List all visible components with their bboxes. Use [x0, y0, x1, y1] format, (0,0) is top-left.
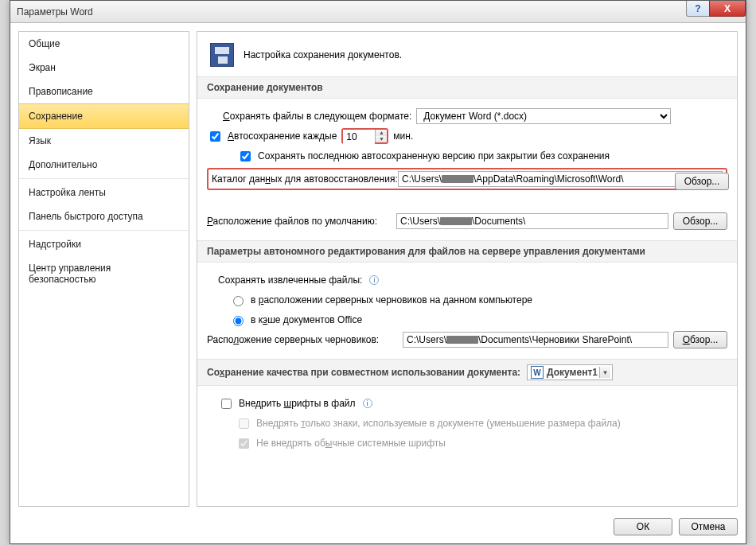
section-offline-edit-header: Параметры автономного редактирования для… — [197, 240, 737, 263]
server-drafts-loc-input[interactable]: C:\Users\\Documents\Черновики SharePoint… — [403, 332, 668, 348]
server-drafts-local-radio[interactable] — [233, 296, 244, 306]
sidebar-item-save[interactable]: Сохранение — [19, 103, 189, 129]
server-drafts-browse-button[interactable]: Обзор... — [673, 331, 727, 348]
section-sharing-quality-header: Сохранение качества при совместном испол… — [197, 359, 737, 386]
no-system-fonts-label: Не внедрять обычные системные шрифты — [256, 438, 446, 449]
ok-button[interactable]: ОК — [614, 518, 672, 535]
server-drafts-loc-label: Расположение серверных черновиков: — [207, 334, 398, 345]
sidebar-item-trustcenter[interactable]: Центр управления безопасностью — [19, 256, 189, 291]
help-button[interactable]: ? — [686, 1, 710, 17]
sidebar-item-addins[interactable]: Надстройки — [19, 232, 189, 256]
save-format-select[interactable]: Документ Word (*.docx) — [416, 108, 671, 124]
default-loc-label: Расположение файлов по умолчанию: — [207, 216, 392, 227]
sidebar-item-ribbon[interactable]: Настройка ленты — [19, 181, 189, 204]
sidebar-item-language[interactable]: Язык — [19, 129, 189, 153]
keep-last-autosaved-checkbox[interactable] — [240, 151, 251, 162]
embed-fonts-label: Внедрить шрифты в файл — [239, 398, 356, 409]
autosave-label: Автосохранение каждые — [228, 130, 337, 142]
no-system-fonts-checkbox — [239, 438, 249, 449]
default-loc-browse-button[interactable]: Обзор... — [673, 212, 727, 230]
sidebar: Общие Экран Правописание Сохранение Язык… — [18, 31, 189, 507]
office-cache-label: в кэше документов Office — [251, 314, 362, 325]
page-title: Настройка сохранения документов. — [244, 49, 402, 60]
sidebar-item-display[interactable]: Экран — [19, 56, 189, 80]
spin-up[interactable]: ▲ — [376, 130, 387, 136]
window-title: Параметры Word — [17, 6, 93, 18]
save-checked-out-label: Сохранять извлеченные файлы: — [218, 274, 362, 286]
keep-last-autosaved-label: Сохранять последнюю автосохраненную верс… — [258, 150, 610, 162]
office-cache-radio[interactable] — [233, 316, 244, 326]
info-icon[interactable]: i — [363, 399, 372, 408]
embed-only-used-checkbox — [239, 418, 249, 429]
spin-down[interactable]: ▼ — [376, 136, 387, 142]
sidebar-item-qat[interactable]: Панель быстрого доступа — [19, 204, 189, 228]
section-save-docs-header: Сохранение документов — [197, 76, 737, 99]
server-drafts-local-label: в расположении серверных черновиков на д… — [251, 294, 532, 306]
embed-fonts-checkbox[interactable] — [221, 399, 232, 409]
sidebar-item-advanced[interactable]: Дополнительно — [19, 153, 189, 177]
titlebar: Параметры Word ? X — [10, 1, 746, 23]
cancel-button[interactable]: Отмена — [679, 518, 738, 535]
sidebar-item-general[interactable]: Общие — [19, 32, 189, 56]
save-icon — [210, 43, 234, 67]
save-format-label: Сохранять файлы в следующем формате: — [223, 111, 411, 122]
default-loc-input[interactable]: C:\Users\\Documents\ — [396, 213, 668, 229]
autosave-interval-spinner[interactable]: ▲▼ — [341, 128, 388, 144]
sidebar-item-proofing[interactable]: Правописание — [19, 80, 189, 103]
close-button[interactable]: X — [709, 1, 746, 17]
autosave-checkbox[interactable] — [210, 131, 220, 142]
autosave-interval-input[interactable] — [343, 130, 375, 144]
word-doc-icon: W — [531, 366, 544, 379]
target-document-select[interactable]: W Документ1 ▼ — [527, 364, 613, 380]
content-pane: Настройка сохранения документов. Сохране… — [197, 31, 738, 507]
chevron-down-icon: ▼ — [599, 367, 610, 378]
options-dialog: Параметры Word ? X Общие Экран Правописа… — [10, 0, 746, 544]
autorecover-browse-button[interactable]: Обзор... — [675, 173, 729, 190]
embed-only-used-label: Внедрять только знаки, используемые в до… — [256, 418, 621, 429]
autosave-unit: мин. — [393, 130, 413, 142]
info-icon[interactable]: i — [369, 275, 379, 285]
